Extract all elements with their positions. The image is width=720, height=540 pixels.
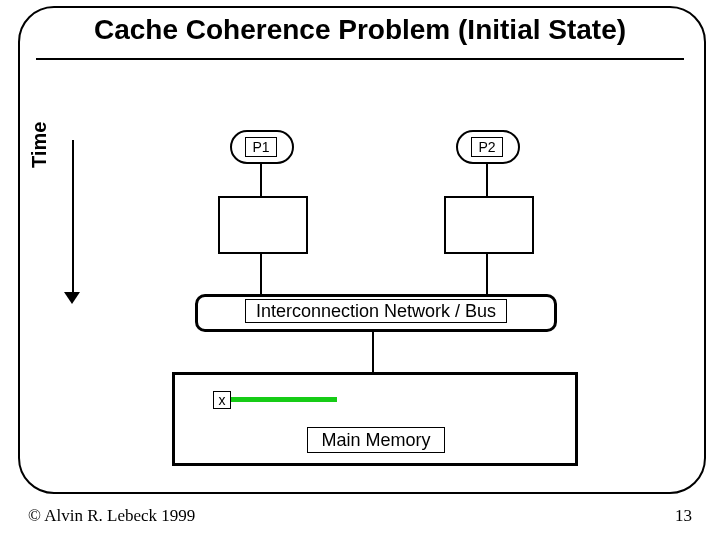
- wire-p1-cache: [260, 164, 262, 196]
- wire-p2-cache: [486, 164, 488, 196]
- processor-p2: P2: [456, 130, 520, 164]
- interconnect-bus: Interconnection Network / Bus: [195, 294, 557, 332]
- wire-bus-mem: [372, 330, 374, 372]
- main-memory: x Main Memory: [172, 372, 578, 466]
- processor-p2-label: P2: [471, 137, 503, 157]
- wire-c1-bus: [260, 252, 262, 294]
- wire-c2-bus: [486, 252, 488, 294]
- processor-p1-label: P1: [245, 137, 277, 157]
- memory-label: Main Memory: [307, 427, 445, 453]
- memory-var: x: [213, 391, 231, 409]
- page-number: 13: [675, 506, 692, 526]
- time-axis-label: Time: [28, 122, 51, 168]
- processor-p1: P1: [230, 130, 294, 164]
- arrow-head-icon: [64, 292, 80, 304]
- title-rule: [36, 58, 684, 60]
- arrow-shaft-icon: [72, 140, 74, 300]
- cache-1: [218, 196, 308, 254]
- page-title: Cache Coherence Problem (Initial State): [0, 14, 720, 46]
- cache-2: [444, 196, 534, 254]
- value-bar-icon: [225, 397, 337, 402]
- copyright: © Alvin R. Lebeck 1999: [28, 506, 195, 526]
- bus-label: Interconnection Network / Bus: [245, 299, 507, 323]
